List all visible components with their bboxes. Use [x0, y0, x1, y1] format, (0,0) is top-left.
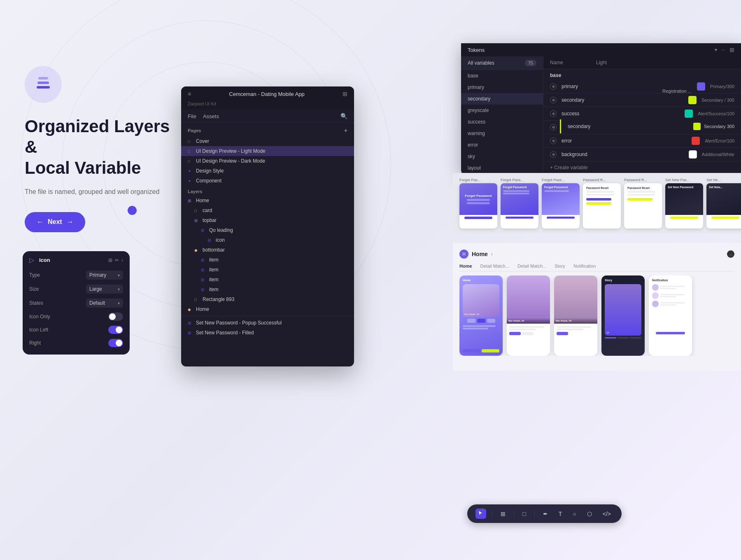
icon-left-toggle[interactable] [108, 326, 123, 334]
primary-color-swatch [697, 82, 705, 91]
token-warning[interactable]: warning [461, 128, 543, 139]
tab-detail-match[interactable]: Detail Match... [480, 264, 509, 268]
figma-titlebar: ≡ Cemceman - Dating Mobile App ⊞ [181, 86, 354, 101]
frame-tool[interactable]: ⊞ [498, 509, 508, 519]
tab-notification[interactable]: Notification [573, 264, 596, 268]
notification-card: Notification [649, 275, 692, 356]
layer-card[interactable]: □ card [188, 205, 354, 215]
tokens-dropdown-icon[interactable]: ▾ [715, 47, 717, 53]
layer-home-comp-label: Home [196, 306, 209, 312]
page-light-mode[interactable]: □ UI Design Preview - Light Mode [181, 146, 354, 156]
page-description: The file is named, grouped and well orga… [25, 187, 181, 197]
arrow-right-icon: → [66, 218, 74, 226]
page-design-style[interactable]: ✦ Design Style [181, 166, 354, 176]
next-button[interactable]: ← Next → [25, 212, 85, 232]
tokens-layout-icon[interactable]: ⊞ [729, 47, 734, 53]
select-tool[interactable] [475, 509, 486, 519]
secondary-color-swatch [688, 96, 697, 104]
screen-password-reset-1: Password R... Password Reset [583, 178, 621, 229]
tokens-more-icon[interactable]: ··· [721, 47, 725, 53]
error-color-label: Alert/Error/100 [705, 138, 734, 143]
add-page-button[interactable]: + [344, 127, 347, 134]
tokens-toolbar: ▾ ··· ⊞ [715, 47, 734, 53]
page-light-label: UI Design Preview - Light Mode [196, 148, 266, 154]
page-component[interactable]: ✦ Component [181, 176, 354, 186]
token-layout[interactable]: layout [461, 162, 543, 173]
tab-story[interactable]: Story [555, 264, 565, 268]
rectangle-tool[interactable]: □ [520, 509, 528, 519]
home-section-label: Home [472, 251, 488, 257]
layer-home-label: Home [196, 198, 209, 203]
arrow-left-icon: ← [36, 218, 44, 226]
layer-leading[interactable]: ⊞ Qo leading [194, 225, 354, 235]
page-title: Organized Layers & Local Variable [25, 116, 181, 178]
token-primary[interactable]: primary [461, 82, 543, 93]
page-cover-label: Cover [196, 138, 209, 144]
home-more-icon[interactable]: ... [727, 250, 734, 258]
screen-thumb-3: Forgot Password [542, 183, 580, 229]
layer-home-component[interactable]: ◆ Home [181, 304, 354, 314]
plugin-tool[interactable]: ⬡ [585, 509, 594, 519]
diamond-icon: ◆ [194, 248, 200, 252]
token-base[interactable]: base [461, 70, 543, 82]
tab-home[interactable]: Home [459, 264, 472, 268]
error-color-swatch [692, 137, 700, 145]
figma-menu-icon[interactable]: ≡ [188, 91, 191, 97]
component-icon: ⊞ [201, 228, 207, 233]
size-row: Size Large ▾ [28, 282, 125, 296]
figma-file-menu[interactable]: File [188, 113, 196, 119]
layer-bottombar[interactable]: ◆ bottombar [188, 245, 354, 255]
page-dark-mode[interactable]: □ UI Design Preview - Dark Mode [181, 156, 354, 166]
token-greyscale[interactable]: greyscale [461, 105, 543, 116]
bottom-item-1[interactable]: ⊞ Set New Password - Popup Successful [181, 318, 354, 328]
pen-tool[interactable]: ✒ [541, 509, 550, 519]
token-error-icon: ⚙ [550, 138, 557, 144]
properties-header: ▷ icon ⊞ ✏ › [28, 256, 125, 264]
token-background-row: ⚙ background Additional/White [543, 148, 741, 161]
variables-count: 75 [525, 60, 536, 66]
layer-item-1[interactable]: ⊞ item [194, 255, 354, 265]
figma-file-title: Cemceman - Dating Mobile App [229, 91, 305, 97]
layer-item-2[interactable]: ⊞ item [194, 265, 354, 275]
layer-topbar[interactable]: ⊞ topbar [188, 215, 354, 225]
name-col-header: Name [550, 60, 563, 65]
layer-home-frame[interactable]: ⊞ Home [181, 196, 354, 205]
icon-only-toggle[interactable] [108, 313, 123, 321]
figma-assets-menu[interactable]: Assets [203, 113, 219, 119]
home-expand-icon[interactable]: › [491, 251, 493, 257]
tab-detail-match-2[interactable]: Detail Match... [517, 264, 546, 268]
layer-card-label: card [203, 208, 212, 213]
layer-item-4[interactable]: ⊞ item [194, 285, 354, 294]
all-variables-row[interactable]: All variables 75 [461, 56, 543, 70]
figma-layout-icon[interactable]: ⊞ [343, 91, 347, 97]
token-secondary[interactable]: secondary [461, 93, 543, 105]
size-select[interactable]: Large ▾ [86, 285, 123, 294]
page-cover[interactable]: □ Cover [181, 136, 354, 146]
bottom-item-2[interactable]: ⊞ Set New Password - Filled [181, 328, 354, 338]
layer-rectangle[interactable]: □ Rectangle 893 [188, 294, 354, 304]
more-icon: › [121, 257, 123, 263]
layer-item-3[interactable]: ⊞ item [194, 275, 354, 285]
grid-icon: ⊞ [108, 257, 112, 263]
layer-item-3-label: item [209, 277, 219, 282]
page-icon: ✦ [188, 179, 193, 183]
code-tool[interactable]: </> [600, 509, 613, 519]
create-variable-button[interactable]: + Create variable [543, 161, 741, 173]
right-toggle[interactable] [108, 339, 123, 347]
tokens-right-col: Name Light base ⚙ primary Primary/300 ⚙ … [543, 56, 741, 173]
type-select[interactable]: Primary ▾ [86, 271, 123, 280]
states-select[interactable]: Default ▾ [86, 299, 123, 308]
figma-search-icon[interactable]: 🔍 [340, 113, 347, 119]
token-primary-row: ⚙ primary Primary/300 [543, 80, 741, 93]
next-button-label: Next [48, 218, 62, 226]
token-error[interactable]: error [461, 139, 543, 151]
screen-label-7: Set Ne... [706, 178, 741, 182]
states-chevron: ▾ [118, 301, 120, 306]
token-success-row: ⚙ success Alert/Success/100 [543, 107, 741, 121]
token-success-icon: ⚙ [550, 110, 557, 117]
layer-icon[interactable]: ⊞ icon [201, 235, 354, 245]
token-success[interactable]: success [461, 116, 543, 128]
text-tool[interactable]: T [556, 509, 565, 519]
ellipse-tool[interactable]: ○ [570, 509, 578, 519]
token-sky[interactable]: sky [461, 151, 543, 162]
